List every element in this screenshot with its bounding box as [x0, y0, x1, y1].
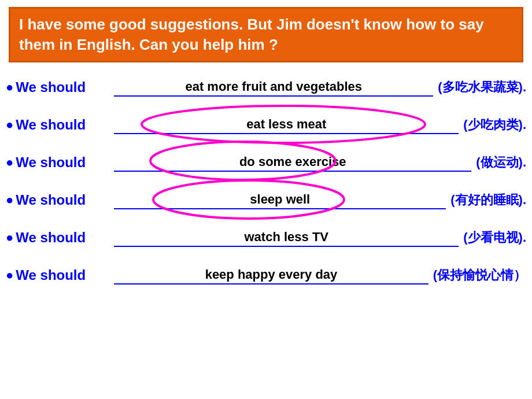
chinese-2: (少吃肉类).	[463, 116, 526, 134]
phrase-1: eat more fruit and vegetables	[114, 79, 433, 94]
line-area-6: keep happy every day	[114, 256, 428, 294]
phrase-3: do some exercise	[114, 154, 471, 169]
row-3: ● We should do some exercise (做运动).	[6, 143, 526, 181]
underline-3	[114, 171, 471, 172]
content-area: ● We should eat more fruit and vegetable…	[0, 68, 532, 294]
underline-4	[114, 208, 446, 209]
line-area-2: eat less meat	[114, 106, 459, 143]
phrase-4: sleep well	[114, 192, 446, 207]
line-area-3: do some exercise	[114, 143, 471, 181]
row-1: ● We should eat more fruit and vegetable…	[6, 68, 526, 106]
line-area-1: eat more fruit and vegetables	[114, 68, 433, 106]
row-6: ● We should keep happy every day (保持愉悦心情…	[6, 256, 526, 294]
phrase-6: keep happy every day	[114, 267, 428, 282]
phrase-2: eat less meat	[114, 117, 459, 132]
we-should-2: We should	[16, 117, 114, 133]
bullet-5: ●	[6, 230, 13, 245]
row-5: ● We should watch less TV (少看电视).	[6, 219, 526, 256]
we-should-5: We should	[16, 230, 114, 246]
bullet-1: ●	[6, 80, 13, 95]
phrase-5: watch less TV	[114, 230, 459, 245]
underline-6	[114, 283, 428, 285]
chinese-4: (有好的睡眠).	[450, 191, 526, 209]
underline-5	[114, 246, 459, 247]
bullet-2: ●	[6, 117, 13, 132]
we-should-4: We should	[16, 192, 114, 208]
bullet-6: ●	[6, 268, 13, 283]
bullet-3: ●	[6, 155, 13, 170]
header-box: I have some good suggestions. But Jim do…	[9, 7, 523, 62]
we-should-3: We should	[16, 154, 114, 171]
row-2: ● We should eat less meat (少吃肉类).	[6, 106, 526, 143]
we-should-1: We should	[16, 79, 114, 95]
chinese-6: (保持愉悦心情）	[433, 267, 526, 284]
row-4: ● We should sleep well (有好的睡眠).	[6, 181, 526, 219]
bullet-4: ●	[6, 193, 13, 208]
underline-2	[114, 133, 459, 134]
header-text: I have some good suggestions. But Jim do…	[19, 14, 513, 55]
chinese-5: (少看电视).	[463, 229, 526, 246]
line-area-4: sleep well	[114, 181, 446, 219]
chinese-1: (多吃水果蔬菜).	[438, 79, 526, 96]
chinese-3: (做运动).	[476, 154, 526, 171]
line-area-5: watch less TV	[114, 219, 459, 256]
underline-1	[114, 95, 433, 97]
we-should-6: We should	[16, 267, 114, 283]
